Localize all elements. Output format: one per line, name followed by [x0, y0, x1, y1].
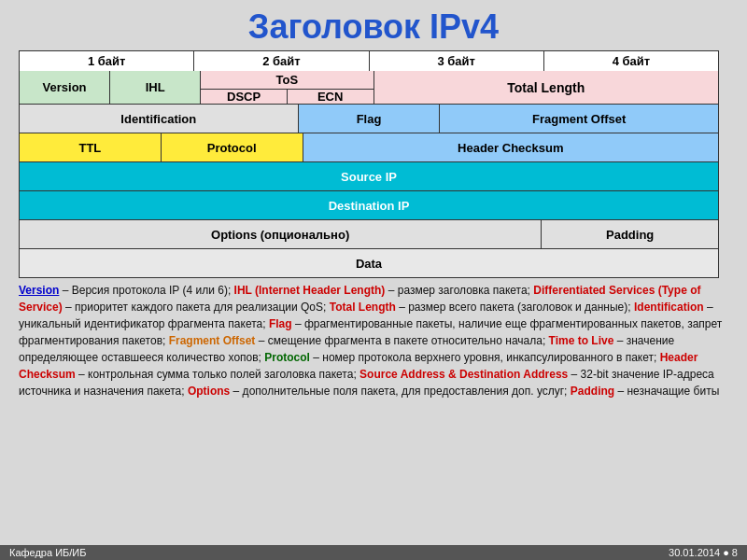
desc-source-dest-term: Source Address & Destination Address: [359, 368, 568, 381]
diagram-container: 1 байт 2 байт 3 байт 4 байт Version IHL …: [19, 50, 719, 278]
cell-total-length: Total Length: [374, 71, 719, 104]
cell-protocol: Protocol: [162, 133, 303, 161]
bottom-bar: Кафедра ИБ/ИБ 30.01.2014 ● 8: [0, 545, 747, 560]
byte-header-4: 4 байт: [544, 51, 718, 71]
desc-ttl-term: Time to Live: [549, 334, 614, 347]
desc-protocol-term: Protocol: [264, 351, 310, 364]
desc-options-term: Options: [188, 385, 230, 398]
desc-total-length-term: Total Length: [330, 301, 396, 314]
byte-header-row: 1 байт 2 байт 3 байт 4 байт: [19, 50, 719, 71]
cell-ecn: ECN: [288, 90, 374, 104]
byte-header-1: 1 байт: [20, 51, 194, 71]
cell-flag: Flag: [299, 105, 441, 133]
desc-ihl-term: IHL (Internet Header Length): [234, 284, 386, 297]
cell-data: Data: [20, 249, 718, 277]
desc-options-text: – дополнительные поля пакета, для предос…: [230, 385, 571, 398]
row-ttl: TTL Protocol Header Checksum: [20, 133, 718, 162]
cell-dscp: DSCP: [201, 90, 288, 104]
desc-flag-term: Flag: [269, 317, 292, 330]
desc-total-length-text: – размер всего пакета (заголовок и данны…: [396, 301, 634, 314]
byte-header-3: 3 байт: [370, 51, 544, 71]
cell-ttl: TTL: [20, 133, 162, 161]
desc-ihl-text: – размер заголовка пакета;: [385, 284, 533, 297]
page-title: Заголовок IPv4: [0, 0, 747, 50]
byte-header-2: 2 байт: [194, 51, 369, 71]
bottom-left-label: Кафедра ИБ/ИБ: [9, 547, 86, 558]
desc-padding-text: – незначащие биты: [614, 385, 719, 398]
cell-source-ip: Source IP: [20, 162, 718, 190]
row-source-ip: Source IP: [20, 162, 718, 191]
desc-version-text: – Версия протокола IP (4 или 6);: [59, 284, 233, 297]
cell-identification: Identification: [20, 105, 299, 133]
bottom-right-label: 30.01.2014 ● 8: [669, 547, 738, 558]
cell-destination-ip: Destination IP: [20, 191, 718, 219]
desc-identification-term: Identification: [634, 301, 704, 314]
cell-options: Options (опционально): [20, 220, 542, 248]
row-version: Version IHL ToS DSCP ECN Total Length: [20, 71, 718, 105]
cell-header-checksum: Header Checksum: [303, 133, 718, 161]
diagram-grid: Version IHL ToS DSCP ECN Total Length Id…: [19, 71, 719, 278]
cell-tos: ToS: [201, 71, 373, 90]
row-identification: Identification Flag Fragment Offset: [20, 105, 718, 133]
page: Заголовок IPv4 1 байт 2 байт 3 байт 4 ба…: [0, 0, 747, 560]
desc-checksum-text: – контрольная сумма только полей заголов…: [76, 368, 359, 381]
cell-padding: Padding: [542, 220, 718, 248]
row-options: Options (опционально) Padding: [20, 220, 718, 249]
desc-protocol-text: – номер протокола верхнего уровня, инкап…: [310, 351, 660, 364]
description-block: Version – Версия протокола IP (4 или 6);…: [19, 282, 728, 399]
row-destination-ip: Destination IP: [20, 191, 718, 220]
row-data: Data: [20, 249, 718, 277]
desc-fragment-term: Fragment Offset: [169, 334, 256, 347]
desc-fragment-text: – смещение фрагмента в пакете относитель…: [255, 334, 548, 347]
cell-version: Version: [20, 71, 110, 104]
cell-fragment-offset: Fragment Offset: [440, 105, 718, 133]
desc-padding-term: Padding: [571, 385, 614, 398]
cell-ihl: IHL: [110, 71, 201, 104]
desc-tos-text: – приоритет каждого пакета для реализаци…: [63, 301, 330, 314]
desc-version-term: Version: [19, 284, 59, 297]
